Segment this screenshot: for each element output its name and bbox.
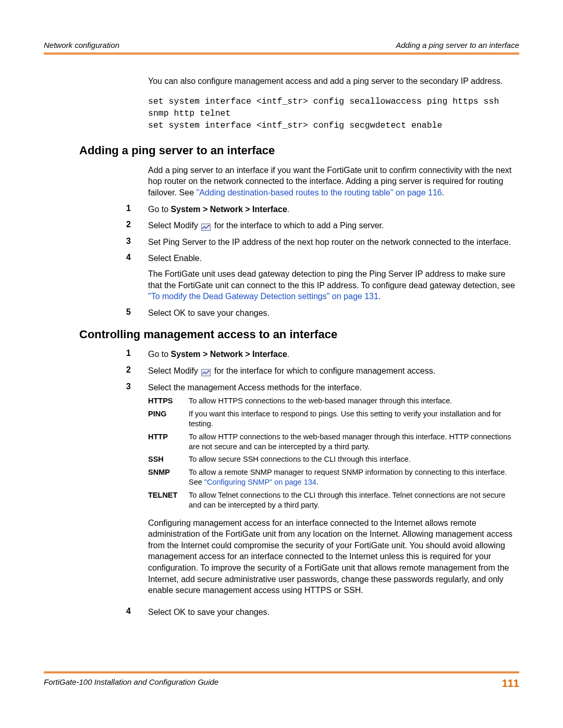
section-b-after-para: Configuring management access for an int… [148,517,516,596]
access-label: PING [148,409,189,429]
link-configuring-snmp[interactable]: "Configuring SNMP" on page 134 [204,478,316,486]
step-a5: 5 Select OK to save your changes. [148,307,516,319]
access-row-snmp: SNMP To allow a remote SNMP manager to r… [148,467,516,487]
step-number: 2 [126,220,148,231]
step-a5-text: Select OK to save your changes. [148,307,516,319]
step-a4-sub-before: The FortiGate unit uses dead gateway det… [148,269,515,290]
link-routing-table[interactable]: "Adding destination-based routes to the … [197,188,442,197]
step-number: 4 [126,607,148,618]
step-number: 1 [126,204,148,215]
section-a-intro: Add a ping server to an interface if you… [148,165,516,199]
step-a1-prefix: Go to [148,205,171,214]
step-b2: 2 Select Modify for the interface for wh… [148,365,516,377]
step-a1-path: System > Network > Interface [171,205,287,214]
step-number: 5 [126,307,148,319]
access-desc: To allow Telnet connections to the CLI t… [189,490,516,510]
section-a-heading: Adding a ping server to an interface [79,144,519,157]
step-a2-after: for the interface to which to add a Ping… [214,221,384,230]
step-a3: 3 Set Ping Server to the IP address of t… [148,237,516,248]
step-b1-prefix: Go to [148,350,171,359]
step-number: 1 [126,349,148,360]
section-b-heading: Controlling management access to an inte… [79,328,519,341]
step-a1-suffix: . [287,205,289,214]
step-a4-text: Select Enable. [148,253,516,264]
step-b1-path: System > Network > Interface [171,350,287,359]
header-rule-thin [44,54,519,55]
svg-rect-0 [202,224,211,231]
access-desc: To allow HTTP connections to the web-bas… [189,432,516,452]
page-number: 111 [502,677,519,689]
step-a4-sub-after: . [378,292,381,301]
section-b-steps-top: 1 Go to System > Network > Interface. 2 … [148,349,516,618]
footer-rule-thin [44,671,519,672]
step-a2-before: Select Modify [148,221,200,230]
step-b2-before: Select Modify [148,366,200,375]
access-desc: To allow a remote SNMP manager to reques… [189,467,516,487]
step-number: 4 [126,253,148,302]
step-number: 3 [126,382,148,601]
code-block: set system interface <intf_str> config s… [148,95,516,131]
access-desc: To allow secure SSH connections to the C… [189,454,516,464]
intro-paragraph: You can also configure management access… [148,76,516,87]
link-dead-gateway[interactable]: "To modify the Dead Gateway Detection se… [148,292,378,301]
access-row-ssh: SSH To allow secure SSH connections to t… [148,454,516,464]
access-label: SNMP [148,467,189,487]
header-left: Network configuration [44,41,119,50]
section-a-steps: 1 Go to System > Network > Interface. 2 … [148,204,516,319]
access-row-https: HTTPS To allow HTTPS connections to the … [148,396,516,406]
step-number: 3 [126,237,148,248]
access-label: HTTPS [148,396,189,406]
access-label: HTTP [148,432,189,452]
step-b1: 1 Go to System > Network > Interface. [148,349,516,360]
access-snmp-after: . [316,478,319,486]
section-a-intro-after: . [442,188,444,197]
step-a4-sub: The FortiGate unit uses dead gateway det… [148,268,516,302]
step-a2: 2 Select Modify for the interface to whi… [148,220,516,231]
access-label: TELNET [148,490,189,510]
access-label: SSH [148,454,189,464]
footer-left: FortiGate-100 Installation and Configura… [44,677,218,689]
step-b2-after: for the interface for which to configure… [214,366,435,375]
access-desc: If you want this interface to respond to… [189,409,516,429]
access-row-http: HTTP To allow HTTP connections to the we… [148,432,516,452]
step-number: 2 [126,365,148,377]
access-row-ping: PING If you want this interface to respo… [148,409,516,429]
step-b1-suffix: . [287,350,289,359]
svg-rect-1 [202,369,211,376]
page-footer: FortiGate-100 Installation and Configura… [44,671,519,689]
header-rule-thick [44,53,519,54]
access-methods-table: HTTPS To allow HTTPS connections to the … [148,396,516,510]
header-right: Adding a ping server to an interface [396,41,519,50]
step-a1: 1 Go to System > Network > Interface. [148,204,516,215]
modify-icon [201,223,211,230]
step-b4-text: Select OK to save your changes. [148,607,516,618]
step-b3: 3 Select the management Access methods f… [148,382,516,601]
step-a4: 4 Select Enable. The FortiGate unit uses… [148,253,516,302]
modify-icon [201,368,211,375]
step-b3-text: Select the management Access methods for… [148,382,516,393]
access-row-telnet: TELNET To allow Telnet connections to th… [148,490,516,510]
access-desc: To allow HTTPS connections to the web-ba… [189,396,516,406]
step-b4: 4 Select OK to save your changes. [148,607,516,618]
step-a3-text: Set Ping Server to the IP address of the… [148,237,516,248]
